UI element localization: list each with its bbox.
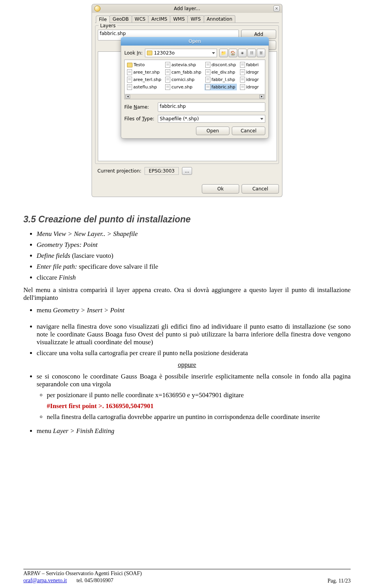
files-of-type-combo[interactable]: Shapefile (*.shp) <box>158 115 265 123</box>
cancel-button[interactable]: Cancel <box>242 184 279 194</box>
chevron-down-icon <box>212 52 215 54</box>
file-icon <box>205 84 210 90</box>
file-icon <box>240 62 245 68</box>
projection-browse-button[interactable]: ... <box>182 167 192 175</box>
file-item[interactable]: astevia.shp <box>164 62 202 68</box>
insert-command: #Insert first point >. 1636950,5047901 <box>47 402 351 410</box>
list-item: se si conoscono le coordinate Gauss Boag… <box>37 371 351 426</box>
scroll-left-icon[interactable]: ◂ <box>125 95 130 99</box>
layers-label: Layers <box>99 23 117 28</box>
new-folder-icon[interactable]: ✳ <box>238 49 247 57</box>
scroll-right-icon[interactable]: ▸ <box>259 95 264 99</box>
file-icon <box>127 84 132 90</box>
list-item: cliccare una volta sulla cartografia per… <box>37 348 351 359</box>
file-icon <box>165 84 170 90</box>
list-item: menu Layer > Finish Editing <box>37 426 351 437</box>
add-layer-titlebar[interactable]: Add layer... × <box>92 4 282 13</box>
file-item[interactable]: ele_div.shp <box>205 69 237 76</box>
home-icon[interactable]: 🏠 <box>229 49 237 57</box>
bullet-list-2: menu Geometry > Insert > Point <box>23 305 351 316</box>
bullet-list-1: Menu View > New Layer.. > Shapefile Geom… <box>23 229 351 283</box>
list-item: Geometry Types: Point <box>37 239 351 250</box>
file-icon <box>205 69 210 75</box>
file-item[interactable]: idrogr <box>239 76 263 83</box>
app-icon <box>94 5 101 12</box>
footer-email-link[interactable]: oraf@arpa.veneto.it <box>23 577 67 583</box>
file-icon <box>240 84 245 90</box>
file-icon <box>205 77 210 83</box>
sub-list: per posizionare il punto nelle coordinat… <box>37 390 351 423</box>
list-item: menu Geometry > Insert > Point <box>37 305 351 316</box>
file-name-input[interactable]: fabbric.shp <box>158 102 265 112</box>
list-item: per posizionare il punto nelle coordinat… <box>47 390 351 412</box>
file-icon <box>240 69 245 75</box>
file-icon <box>165 62 170 68</box>
file-item[interactable]: idrogr <box>239 69 263 76</box>
close-icon[interactable]: × <box>273 5 280 12</box>
list-item: Menu View > New Layer.. > Shapefile <box>37 229 351 239</box>
file-item[interactable]: idrogr <box>239 84 263 90</box>
tabs: File GeoDB WCS ArcIMS WMS WFS Annotation <box>95 15 279 23</box>
open-cancel-button[interactable]: Cancel <box>232 127 265 135</box>
file-icon <box>205 62 210 68</box>
file-item[interactable]: discont.shp <box>205 62 237 68</box>
list-view-icon[interactable]: ☷ <box>247 49 256 57</box>
list-item: Enter file path: specificare dove salvar… <box>37 261 351 272</box>
file-item[interactable]: fabbr_l.shp <box>205 76 237 83</box>
look-in-value: 123023o <box>154 50 175 56</box>
projection-value: EPSG:3003 <box>145 167 179 175</box>
footer-tel: tel. 045/8016907 <box>76 577 113 583</box>
file-icon <box>165 69 170 75</box>
file-icon <box>127 69 132 75</box>
tab-annotation[interactable]: Annotation <box>204 15 236 23</box>
bullet-list-4: se si conoscono le coordinate Gauss Boag… <box>23 371 351 437</box>
open-titlebar[interactable]: Open <box>121 37 269 46</box>
open-title: Open <box>189 39 201 44</box>
ok-button[interactable]: Ok <box>202 184 239 194</box>
file-item[interactable]: aree_ter.shp <box>126 69 162 76</box>
add-layer-title: Add layer... <box>174 6 200 11</box>
file-item[interactable]: curve.shp <box>164 84 202 90</box>
projection-row: Current projection: EPSG:3003 ... <box>95 167 279 175</box>
paragraph: Nel menu a sinistra comparirà il layer a… <box>23 286 351 302</box>
file-item[interactable]: asteflu.shp <box>126 84 162 90</box>
list-item: navigare nella finestra dove sono visual… <box>37 321 351 348</box>
tab-file[interactable]: File <box>96 16 110 23</box>
oppure-label: oppure <box>23 361 351 369</box>
detail-view-icon[interactable]: ☱ <box>257 49 265 57</box>
file-item-selected[interactable]: fabbric.shp <box>205 84 237 90</box>
file-icon <box>240 77 245 83</box>
folder-icon <box>147 51 152 55</box>
chevron-down-icon <box>260 118 263 120</box>
file-item[interactable]: aree_terl.shp <box>126 76 162 83</box>
file-item[interactable]: cam_fabb.shp <box>164 69 202 76</box>
list-item: cliccare Finish <box>37 272 351 283</box>
open-dialog: Open Look In: 123023o 📁 🏠 ✳ ☷ ☱ <box>121 37 269 139</box>
page-footer: ARPAV – Servizio Osservatorio Agenti Fis… <box>23 569 351 584</box>
look-in-label: Look In: <box>124 50 143 56</box>
file-icon <box>127 77 132 83</box>
document-content: 3.5 Creazione del punto di installazione… <box>0 200 374 437</box>
tab-geodb[interactable]: GeoDB <box>109 15 132 23</box>
file-item[interactable]: cornici.shp <box>164 76 202 83</box>
projection-label: Current projection: <box>97 168 141 174</box>
file-item[interactable]: Testo <box>126 62 162 68</box>
files-of-type-label: Files of Type: <box>124 116 155 121</box>
folder-icon <box>127 63 132 67</box>
tab-wcs[interactable]: WCS <box>132 15 149 23</box>
section-heading: 3.5 Creazione del punto di installazione <box>23 214 351 225</box>
file-item[interactable]: fabbri <box>239 62 263 68</box>
look-in-combo[interactable]: 123023o <box>145 49 217 57</box>
tab-wfs[interactable]: WFS <box>187 15 204 23</box>
bullet-list-3: navigare nella finestra dove sono visual… <box>23 321 351 359</box>
open-button[interactable]: Open <box>196 127 229 135</box>
horizontal-scrollbar[interactable]: ◂ ▸ <box>125 94 265 99</box>
tab-wms[interactable]: WMS <box>170 15 188 23</box>
file-name-label: File Name: <box>124 104 155 110</box>
file-icon <box>165 77 170 83</box>
file-list[interactable]: Testo astevia.shp discont.shp fabbri are… <box>124 60 265 99</box>
up-folder-icon[interactable]: 📁 <box>219 49 228 57</box>
tab-arcims[interactable]: ArcIMS <box>148 15 170 23</box>
list-item: Define fields (lasciare vuoto) <box>37 250 351 261</box>
list-item: nella finestra della cartografia dovrebb… <box>47 412 351 423</box>
